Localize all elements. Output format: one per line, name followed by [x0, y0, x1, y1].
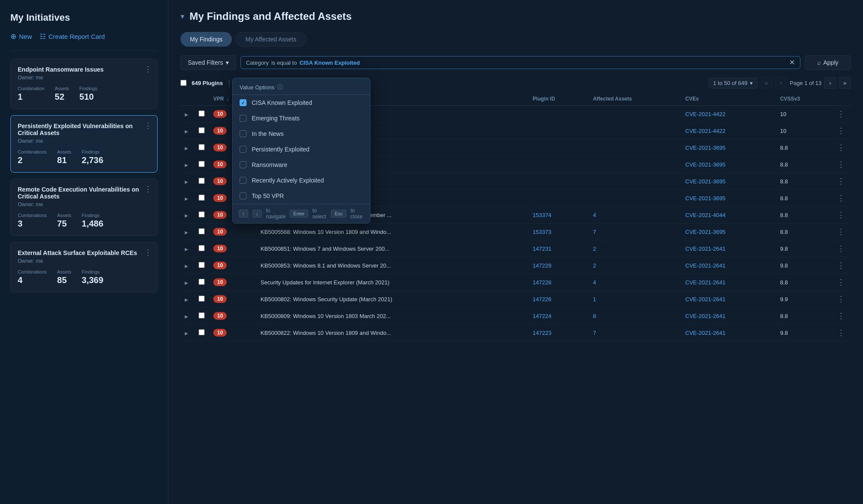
cve-link[interactable]: CVE-2021-2641 — [685, 246, 725, 252]
cve-link[interactable]: CVE-2021-3695 — [685, 178, 725, 185]
row-more-button[interactable]: ⋮ — [835, 193, 847, 203]
assets-link[interactable]: 7 — [593, 330, 596, 336]
row-expander[interactable]: ▶ — [180, 274, 194, 291]
row-expander[interactable]: ▶ — [180, 173, 194, 190]
row-checkbox[interactable] — [199, 312, 205, 318]
cve-link[interactable]: CVE-2021-3695 — [685, 145, 725, 151]
col-cvssv3[interactable]: CVSSv3 — [776, 92, 831, 106]
card-menu-button[interactable]: ⋮ — [144, 65, 152, 73]
row-more-button[interactable]: ⋮ — [835, 126, 847, 135]
initiative-card-2[interactable]: Remote Code Execution Vulnerabilities on… — [10, 179, 158, 236]
plugin-id-link[interactable]: 147229 — [533, 262, 551, 269]
dropdown-option-2[interactable]: In the News — [233, 126, 370, 142]
saved-filters-button[interactable]: Saved Filters ▾ — [180, 55, 236, 70]
assets-link[interactable]: 7 — [593, 229, 596, 235]
plugin-id-link[interactable]: 153373 — [533, 229, 551, 235]
initiative-card-0[interactable]: Endpoint Ransomware Issues Owner: me Com… — [10, 59, 158, 109]
assets-link[interactable]: 2 — [593, 246, 596, 252]
row-more-button[interactable]: ⋮ — [835, 143, 847, 152]
col-affected-assets[interactable]: Affected Assets — [588, 92, 681, 106]
apply-button[interactable]: ⌕ Apply — [805, 55, 851, 70]
row-expander[interactable]: ▶ — [180, 190, 194, 207]
cve-link[interactable]: CVE-2021-2641 — [685, 313, 725, 319]
row-checkbox[interactable] — [199, 329, 205, 335]
plugin-id-link[interactable]: 147224 — [533, 313, 551, 319]
col-plugin-id[interactable]: Plugin ID — [528, 92, 589, 106]
row-expander[interactable]: ▶ — [180, 308, 194, 324]
card-menu-button[interactable]: ⋮ — [144, 249, 152, 256]
row-expander[interactable]: ▶ — [180, 324, 194, 341]
row-expander[interactable]: ▶ — [180, 240, 194, 257]
row-expander[interactable]: ▶ — [180, 257, 194, 274]
initiative-card-3[interactable]: External Attack Surface Exploitable RCEs… — [10, 242, 158, 293]
row-more-button[interactable]: ⋮ — [835, 328, 847, 337]
dropdown-option-4[interactable]: Ransomware — [233, 157, 370, 173]
row-expander[interactable]: ▶ — [180, 156, 194, 173]
assets-link[interactable]: 2 — [593, 262, 596, 269]
cve-link[interactable]: CVE-2021-3695 — [685, 195, 725, 202]
row-checkbox[interactable] — [199, 262, 205, 268]
new-button[interactable]: ⊕ New — [10, 32, 32, 41]
row-checkbox[interactable] — [199, 195, 205, 201]
row-checkbox[interactable] — [199, 110, 205, 117]
pagination-range[interactable]: 1 to 50 of 649 ▾ — [708, 78, 758, 88]
cve-link[interactable]: CVE-2021-3695 — [685, 229, 725, 235]
dropdown-option-1[interactable]: Emerging Threats — [233, 110, 370, 126]
last-page-button[interactable]: » — [839, 77, 851, 89]
row-checkbox[interactable] — [199, 296, 205, 302]
tab-my-findings[interactable]: My Findings — [180, 32, 232, 47]
row-checkbox[interactable] — [199, 245, 205, 251]
row-more-button[interactable]: ⋮ — [835, 244, 847, 253]
cve-link[interactable]: CVE-2021-2641 — [685, 279, 725, 286]
row-checkbox[interactable] — [199, 279, 205, 285]
col-cves[interactable]: CVEs — [681, 92, 776, 106]
cve-link[interactable]: CVE-2021-3695 — [685, 161, 725, 168]
cve-link[interactable]: CVE-2021-4422 — [685, 111, 725, 117]
select-all-checkbox[interactable] — [180, 80, 187, 86]
plugin-id-link[interactable]: 147228 — [533, 279, 551, 286]
plugin-id-link[interactable]: 147226 — [533, 296, 551, 302]
plugin-id-link[interactable]: 147231 — [533, 246, 551, 252]
row-expander[interactable]: ▶ — [180, 224, 194, 240]
row-expander[interactable]: ▶ — [180, 123, 194, 139]
cve-link[interactable]: CVE-2021-2641 — [685, 262, 725, 269]
dropdown-option-0[interactable]: CISA Known Exploited — [233, 95, 370, 110]
dropdown-option-3[interactable]: Persistently Exploited — [233, 142, 370, 157]
row-checkbox[interactable] — [199, 178, 205, 184]
row-expander[interactable]: ▶ — [180, 106, 194, 123]
assets-link[interactable]: 8 — [593, 313, 596, 319]
filter-clear-button[interactable]: ✕ — [789, 59, 795, 66]
row-more-button[interactable]: ⋮ — [835, 311, 847, 321]
row-more-button[interactable]: ⋮ — [835, 227, 847, 236]
row-checkbox[interactable] — [199, 161, 205, 167]
prev-page-button[interactable]: ‹ — [775, 77, 787, 89]
tab-my-affected-assets[interactable]: My Affected Assets — [235, 32, 306, 47]
assets-link[interactable]: 1 — [593, 296, 596, 302]
row-more-button[interactable]: ⋮ — [835, 261, 847, 270]
row-checkbox[interactable] — [199, 127, 205, 133]
row-more-button[interactable]: ⋮ — [835, 176, 847, 186]
card-menu-button[interactable]: ⋮ — [144, 122, 152, 129]
row-checkbox[interactable] — [199, 144, 205, 150]
row-expander[interactable]: ▶ — [180, 207, 194, 224]
cve-link[interactable]: CVE-2021-4422 — [685, 128, 725, 134]
cve-link[interactable]: CVE-2021-4044 — [685, 212, 725, 218]
row-expander[interactable]: ▶ — [180, 291, 194, 308]
row-more-button[interactable]: ⋮ — [835, 210, 847, 220]
card-menu-button[interactable]: ⋮ — [144, 185, 152, 193]
initiative-card-1[interactable]: Persistently Exploited Vulnerabilities o… — [10, 115, 158, 173]
cve-link[interactable]: CVE-2021-2641 — [685, 296, 725, 302]
create-report-card-button[interactable]: ☷ Create Report Card — [40, 32, 105, 41]
assets-link[interactable]: 4 — [593, 279, 596, 286]
filter-input[interactable]: Category is equal to CISA Known Exploite… — [240, 56, 800, 69]
row-checkbox[interactable] — [199, 228, 205, 234]
dropdown-option-5[interactable]: Recently Actively Exploited — [233, 173, 370, 188]
next-page-button[interactable]: › — [824, 77, 836, 89]
plugin-id-link[interactable]: 147223 — [533, 330, 551, 336]
row-more-button[interactable]: ⋮ — [835, 160, 847, 169]
collapse-icon[interactable]: ▾ — [180, 12, 184, 21]
assets-link[interactable]: 4 — [593, 212, 596, 218]
info-icon[interactable]: ⓘ — [277, 83, 283, 91]
row-checkbox[interactable] — [199, 211, 205, 217]
row-more-button[interactable]: ⋮ — [835, 294, 847, 304]
